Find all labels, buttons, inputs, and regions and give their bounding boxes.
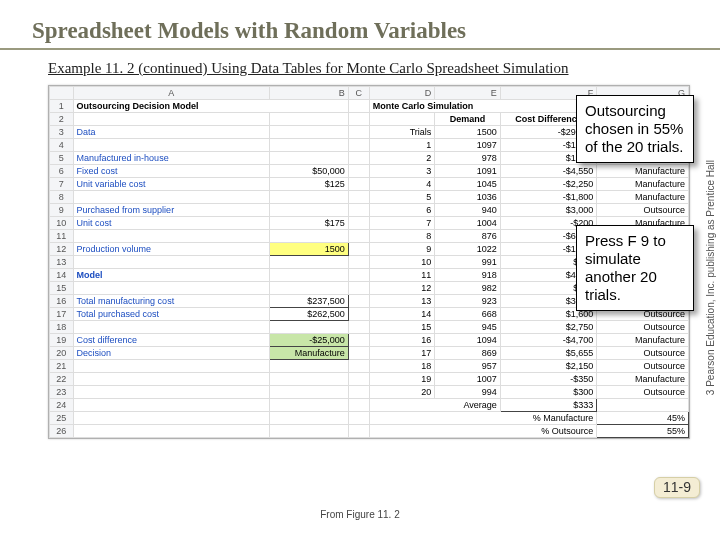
cell: -$4,700 (500, 334, 596, 347)
cell: 957 (435, 360, 501, 373)
cell: 3 (369, 165, 435, 178)
cell (270, 191, 349, 204)
cell: $2,750 (500, 321, 596, 334)
cell: 940 (435, 204, 501, 217)
cell: 18 (369, 360, 435, 373)
cell: -$1,800 (500, 191, 596, 204)
cell: 6 (369, 204, 435, 217)
col-A: A (73, 87, 270, 100)
table-row: 6 Fixed cost$50,00031091-$4,550Manufactu… (50, 165, 689, 178)
cell: 14 (369, 308, 435, 321)
cell: -$350 (500, 373, 596, 386)
cell: Data (73, 126, 270, 139)
cell: Manufacture (597, 178, 689, 191)
col-C: C (348, 87, 369, 100)
cell (348, 334, 369, 347)
table-row: 25 % Manufacture 45% (50, 412, 689, 425)
cell (73, 191, 270, 204)
cell: 5 (369, 191, 435, 204)
cell (348, 269, 369, 282)
cell (348, 282, 369, 295)
cell: Cost difference (73, 334, 270, 347)
row-num: 14 (50, 269, 74, 282)
cell: $262,500 (270, 308, 349, 321)
cell: 1007 (435, 373, 501, 386)
row-num: 21 (50, 360, 74, 373)
cell (348, 126, 369, 139)
row-num: 19 (50, 334, 74, 347)
cell: $175 (270, 217, 349, 230)
cell: 923 (435, 295, 501, 308)
cell: $3,000 (500, 204, 596, 217)
cell (270, 230, 349, 243)
cell: 1500 (270, 243, 349, 256)
cell: 1094 (435, 334, 501, 347)
table-row: 20 DecisionManufacture17869$5,655Outsour… (50, 347, 689, 360)
cell (270, 360, 349, 373)
cell: 2 (369, 152, 435, 165)
table-row: 7 Unit variable cost$12541045-$2,250Manu… (50, 178, 689, 191)
cell (348, 230, 369, 243)
cell: 668 (435, 308, 501, 321)
cell: $2,150 (500, 360, 596, 373)
cell: 16 (369, 334, 435, 347)
avg-value: $333 (500, 399, 596, 412)
cell: Outsource (597, 321, 689, 334)
cell (73, 139, 270, 152)
cell: Unit cost (73, 217, 270, 230)
cell: 12 (369, 282, 435, 295)
cell (348, 191, 369, 204)
cell: 4 (369, 178, 435, 191)
cell (73, 256, 270, 269)
row-num: 25 (50, 412, 74, 425)
cell (348, 243, 369, 256)
cell: 978 (435, 152, 501, 165)
cell (73, 321, 270, 334)
figure-caption: From Figure 11. 2 (0, 509, 720, 520)
cell (348, 295, 369, 308)
row-num: 23 (50, 386, 74, 399)
cell: 1036 (435, 191, 501, 204)
table-row: 1815945$2,750Outsource (50, 321, 689, 334)
row-num: 7 (50, 178, 74, 191)
row-num: 6 (50, 165, 74, 178)
row-num: 12 (50, 243, 74, 256)
table-row: 9 Purchased from supplier6940$3,000Outso… (50, 204, 689, 217)
table-row: 851036-$1,800Manufacture (50, 191, 689, 204)
table-row: 2118957$2,150Outsource (50, 360, 689, 373)
cell: Manufacture (597, 373, 689, 386)
row-num: 20 (50, 347, 74, 360)
cell: Outsource (597, 386, 689, 399)
cell (270, 386, 349, 399)
row-num: 8 (50, 191, 74, 204)
cell: 9 (369, 243, 435, 256)
cell: 918 (435, 269, 501, 282)
cell (348, 217, 369, 230)
cell (348, 165, 369, 178)
cell-title-left: Outsourcing Decision Model (73, 100, 348, 113)
pct-out-value: 55% (597, 425, 689, 438)
callout-press-f9: Press F 9 to simulate another 20 trials. (576, 225, 694, 311)
cell (270, 139, 349, 152)
cell (348, 321, 369, 334)
row-num: 3 (50, 126, 74, 139)
row-num: 9 (50, 204, 74, 217)
cell: 20 (369, 386, 435, 399)
cell: Fixed cost (73, 165, 270, 178)
cell (348, 139, 369, 152)
cell: $300 (500, 386, 596, 399)
cell: 11 (369, 269, 435, 282)
row-num: 5 (50, 152, 74, 165)
slide-subtitle: Example 11. 2 (continued) Using Data Tab… (0, 56, 720, 83)
cell (270, 256, 349, 269)
cell (348, 152, 369, 165)
cell (73, 360, 270, 373)
cell (73, 373, 270, 386)
row-num: 18 (50, 321, 74, 334)
row-num: 1 (50, 100, 74, 113)
cell: 1004 (435, 217, 501, 230)
hdr-demand: Demand (435, 113, 501, 126)
cell: $50,000 (270, 165, 349, 178)
cell (348, 386, 369, 399)
cell (348, 178, 369, 191)
